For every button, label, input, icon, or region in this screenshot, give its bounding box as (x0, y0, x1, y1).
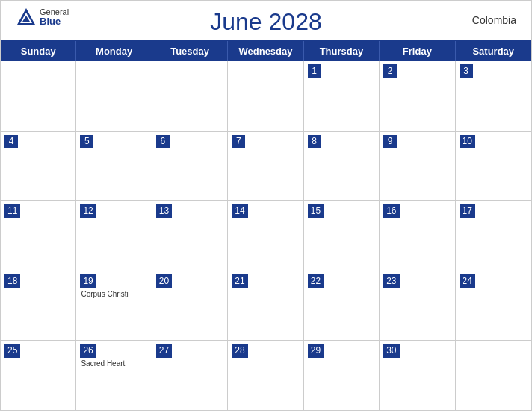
day-number: 8 (308, 135, 321, 149)
day-cell: 30 (380, 341, 455, 410)
day-cell: 7 (228, 132, 303, 201)
header-tuesday: Tuesday (152, 41, 228, 61)
day-number: 29 (308, 344, 324, 358)
day-number: 14 (232, 204, 247, 218)
day-cell: 28 (228, 341, 303, 410)
day-cell (152, 61, 228, 131)
day-cell: 29 (304, 341, 380, 410)
day-number: 11 (4, 204, 20, 218)
day-cell: 17 (456, 201, 531, 271)
day-number: 9 (383, 135, 397, 149)
day-number: 13 (156, 204, 172, 218)
day-number: 21 (232, 274, 247, 288)
day-cell: 20 (152, 271, 228, 341)
day-number: 20 (156, 274, 172, 288)
day-cell: 5 (76, 132, 152, 201)
day-cell: 19Corpus Christi (76, 271, 152, 341)
day-number: 22 (308, 274, 324, 288)
day-cell: 18 (1, 271, 76, 341)
day-cell: 13 (152, 201, 228, 271)
day-number: 3 (460, 64, 473, 78)
day-cell: 26Sacred Heart (76, 341, 152, 410)
calendar-container: General Blue June 2028 Colombia Sunday M… (0, 0, 532, 411)
header-sunday: Sunday (1, 41, 76, 61)
logo-area: General Blue (16, 7, 69, 28)
weeks-container: 12345678910111213141516171819Corpus Chri… (1, 61, 531, 410)
calendar-header: General Blue June 2028 Colombia (1, 1, 531, 40)
day-number: 5 (80, 135, 93, 149)
week-row-1: 123 (1, 61, 531, 132)
day-number: 18 (4, 274, 20, 288)
header-saturday: Saturday (456, 41, 531, 61)
day-number: 15 (308, 204, 324, 218)
day-number: 17 (460, 204, 475, 218)
day-cell: 6 (152, 132, 228, 201)
day-cell (228, 61, 303, 131)
day-cell: 22 (304, 271, 380, 341)
holiday-text: Sacred Heart (80, 359, 147, 368)
day-number: 24 (460, 274, 475, 288)
header-thursday: Thursday (304, 41, 380, 61)
day-number: 16 (383, 204, 399, 218)
day-number: 6 (156, 135, 170, 149)
day-cell: 15 (304, 201, 380, 271)
day-cell: 25 (1, 341, 76, 410)
day-cell: 2 (380, 61, 455, 131)
day-number: 12 (80, 204, 96, 218)
day-headers: Sunday Monday Tuesday Wednesday Thursday… (1, 41, 531, 61)
month-title: June 2028 (210, 8, 321, 36)
day-number: 4 (4, 135, 18, 149)
week-row-5: 2526Sacred Heart27282930 (1, 341, 531, 410)
day-number: 25 (4, 344, 20, 358)
logo-icon (16, 7, 37, 28)
day-number: 19 (80, 274, 96, 288)
day-cell: 27 (152, 341, 228, 410)
calendar-grid: Sunday Monday Tuesday Wednesday Thursday… (1, 40, 531, 410)
country-label: Colombia (472, 14, 516, 26)
day-cell: 21 (228, 271, 303, 341)
day-cell: 10 (456, 132, 531, 201)
header-monday: Monday (76, 41, 152, 61)
logo-text: General Blue (40, 7, 69, 27)
day-number: 7 (232, 135, 245, 149)
day-cell (1, 61, 76, 131)
week-row-4: 1819Corpus Christi2021222324 (1, 271, 531, 342)
day-cell (76, 61, 152, 131)
day-cell: 1 (304, 61, 380, 131)
day-cell: 14 (228, 201, 303, 271)
day-cell: 3 (456, 61, 531, 131)
header-friday: Friday (380, 41, 455, 61)
header-wednesday: Wednesday (228, 41, 303, 61)
day-number: 10 (460, 135, 475, 149)
day-cell: 12 (76, 201, 152, 271)
day-number: 27 (156, 344, 172, 358)
day-cell: 4 (1, 132, 76, 201)
day-cell (456, 341, 531, 410)
day-cell: 16 (380, 201, 455, 271)
day-number: 28 (232, 344, 247, 358)
day-cell: 9 (380, 132, 455, 201)
week-row-3: 11121314151617 (1, 201, 531, 271)
day-number: 23 (383, 274, 399, 288)
day-cell: 11 (1, 201, 76, 271)
day-number: 2 (383, 64, 397, 78)
logo-blue: Blue (40, 16, 69, 27)
holiday-text: Corpus Christi (80, 290, 147, 298)
day-cell: 8 (304, 132, 380, 201)
day-cell: 24 (456, 271, 531, 341)
day-number: 26 (80, 344, 96, 358)
day-number: 1 (308, 64, 321, 78)
day-number: 30 (383, 344, 399, 358)
day-cell: 23 (380, 271, 455, 341)
week-row-2: 45678910 (1, 132, 531, 202)
